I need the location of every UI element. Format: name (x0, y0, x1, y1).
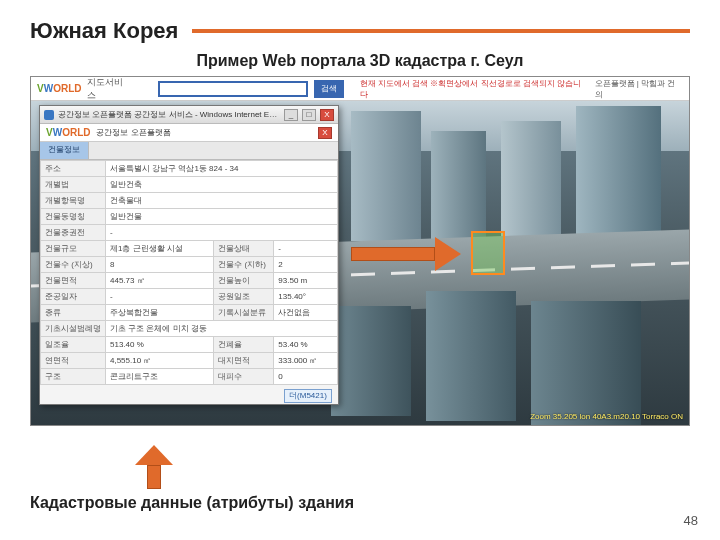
building-shape (351, 111, 421, 241)
more-button[interactable]: 더(M5421) (284, 389, 332, 403)
arrow-to-map (351, 241, 461, 267)
attr-key: 건물수 (지상) (41, 257, 106, 273)
caption: Кадастровые данные (атрибуты) здания (30, 494, 354, 512)
attr-value: 일반건축 (106, 177, 338, 193)
attr-value: - (106, 225, 338, 241)
table-row: 구조콘크리트구조대피수0 (41, 369, 338, 385)
attr-value: 93.50 m (274, 273, 338, 289)
attr-value: 2 (274, 257, 338, 273)
table-row: 일조율513.40 %건폐율53.40 % (41, 337, 338, 353)
attr-key: 대피수 (214, 369, 274, 385)
attr-key: 개별법 (41, 177, 106, 193)
attr-key: 건물동명칭 (41, 209, 106, 225)
attr-key: 건물종권전 (41, 225, 106, 241)
attr-value: 콘크리트구조 (106, 369, 214, 385)
attr-value: 8 (106, 257, 214, 273)
building-shape (431, 131, 486, 241)
attr-key: 연면적 (41, 353, 106, 369)
attr-key: 건물상태 (214, 241, 274, 257)
vworld-logo-small: VWORLD (46, 127, 90, 138)
attr-key: 주소 (41, 161, 106, 177)
minimize-button[interactable]: _ (284, 109, 298, 121)
tab-building-info[interactable]: 건물정보 (40, 142, 89, 159)
table-row: 개별법일반건축 (41, 177, 338, 193)
table-row: 건물동명칭일반건물 (41, 209, 338, 225)
title-rule (192, 29, 690, 33)
ie-icon (44, 110, 54, 120)
table-row: 건물면적445.73 ㎡건물높이93.50 m (41, 273, 338, 289)
header-warning: 현재 지도에서 검색 ※획면상에서 직선경로로 검색되지 않습니다 (360, 78, 589, 100)
attr-key: 종류 (41, 305, 106, 321)
table-row: 건물규모제1층 근린생활 시설건물상태- (41, 241, 338, 257)
attr-value: 사건없음 (274, 305, 338, 321)
building-shape (331, 306, 411, 416)
attr-value: 4,555.10 ㎡ (106, 353, 214, 369)
close-button[interactable]: X (320, 109, 334, 121)
search-button[interactable]: 검색 (314, 80, 344, 98)
attr-value: - (106, 289, 214, 305)
attr-key: 구조 (41, 369, 106, 385)
attr-value: 기초 구조 온체에 미치 경동 (106, 321, 338, 337)
window-title: 공간정보 오픈플랫폼 공간정보 서비스 - Windows Internet E… (58, 109, 280, 120)
selected-building-highlight[interactable] (471, 231, 505, 275)
attr-key: 공원일조 (214, 289, 274, 305)
attribute-table: 주소서울특별시 강남구 역삼1동 824 - 34개별법일반건축개별항목명건축물… (40, 160, 338, 385)
building-shape (501, 121, 561, 241)
slide-title-row: Южная Корея (30, 18, 690, 44)
slide-subtitle: Пример Web портала 3D кадастра г. Сеул (30, 52, 690, 70)
logo-subtext: 지도서비스 (87, 76, 132, 102)
vworld-logo: VWORLD (37, 83, 81, 94)
popup-inner-header: VWORLD 공간정보 오픈플랫폼 X (40, 124, 338, 142)
search-input[interactable] (158, 81, 308, 97)
attr-value: 일반건물 (106, 209, 338, 225)
table-row: 주소서울특별시 강남구 역삼1동 824 - 34 (41, 161, 338, 177)
attr-value: 135.40° (274, 289, 338, 305)
inner-close-button[interactable]: X (318, 127, 332, 139)
table-row: 건물종권전- (41, 225, 338, 241)
attr-value: 서울특별시 강남구 역삼1동 824 - 34 (106, 161, 338, 177)
popup-tabstrip: 건물정보 (40, 142, 338, 160)
attr-value: 513.40 % (106, 337, 214, 353)
building-shape (426, 291, 516, 421)
attr-value: 주상복합건물 (106, 305, 214, 321)
portal-header: VWORLD 지도서비스 검색 현재 지도에서 검색 ※획면상에서 직선경로로 … (31, 77, 689, 101)
table-row: 건물수 (지상)8건물수 (지하)2 (41, 257, 338, 273)
attr-key: 건물수 (지하) (214, 257, 274, 273)
table-row: 연면적4,555.10 ㎡대지면적333.000 ㎡ (41, 353, 338, 369)
table-row: 개별항목명건축물대 (41, 193, 338, 209)
table-row: 준공일자-공원일조135.40° (41, 289, 338, 305)
slide-title: Южная Корея (30, 18, 178, 44)
attr-value: 건축물대 (106, 193, 338, 209)
building-shape (576, 106, 661, 246)
attr-key: 건물규모 (41, 241, 106, 257)
header-right-links[interactable]: 오픈플랫폼 | 막힘과 건의 (595, 78, 684, 100)
attr-key: 건물높이 (214, 273, 274, 289)
attr-key: 건폐율 (214, 337, 274, 353)
building-shape (531, 301, 641, 426)
table-row: 기초시설범례명기초 구조 온체에 미치 경동 (41, 321, 338, 337)
attr-key: 준공일자 (41, 289, 106, 305)
attr-key: 개별항목명 (41, 193, 106, 209)
attr-value: - (274, 241, 338, 257)
inner-logo-sub: 공간정보 오픈플랫폼 (96, 127, 170, 138)
coords-readout: Zoom 35.205 lon 40A3.m20.10 Torraco ON (530, 412, 683, 421)
attr-key: 대지면적 (214, 353, 274, 369)
portal-screenshot: VWORLD 지도서비스 검색 현재 지도에서 검색 ※획면상에서 직선경로로 … (30, 76, 690, 426)
attr-value: 53.40 % (274, 337, 338, 353)
attr-value: 0 (274, 369, 338, 385)
attributes-popup-window: 공간정보 오픈플랫폼 공간정보 서비스 - Windows Internet E… (39, 105, 339, 405)
attr-value: 445.73 ㎡ (106, 273, 214, 289)
attr-value: 333.000 ㎡ (274, 353, 338, 369)
page-number: 48 (684, 513, 698, 528)
window-titlebar[interactable]: 공간정보 오픈플랫폼 공간정보 서비스 - Windows Internet E… (40, 106, 338, 124)
attr-key: 기록시설분류 (214, 305, 274, 321)
maximize-button[interactable]: □ (302, 109, 316, 121)
table-row: 종류주상복합건물기록시설분류사건없음 (41, 305, 338, 321)
attr-key: 일조율 (41, 337, 106, 353)
attr-value: 제1층 근린생활 시설 (106, 241, 214, 257)
arrow-to-attributes (140, 445, 168, 489)
attr-key: 기초시설범례명 (41, 321, 106, 337)
attr-key: 건물면적 (41, 273, 106, 289)
